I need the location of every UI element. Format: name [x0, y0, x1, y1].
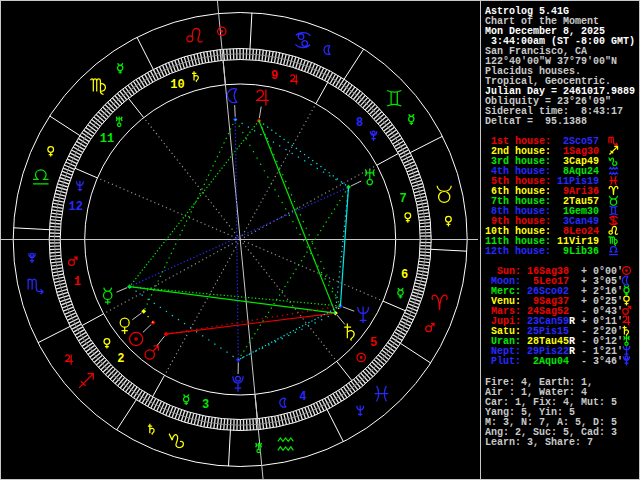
svg-text:3: 3: [202, 398, 209, 412]
svg-text:Learn: 3, Share: 7: Learn: 3, Share: 7: [485, 437, 593, 448]
svg-text:6: 6: [401, 268, 408, 282]
svg-text:1: 1: [74, 275, 81, 289]
svg-text:4: 4: [299, 390, 306, 404]
svg-text:2: 2: [117, 352, 124, 366]
svg-text:Plut: 2Aqu04 - 3°46': Plut: 2Aqu04 - 3°46': [485, 356, 623, 367]
svg-text:10: 10: [170, 78, 184, 92]
svg-text:9: 9: [271, 69, 278, 83]
svg-text:12th house: 9Lib36: 12th house: 9Lib36: [485, 246, 599, 257]
svg-text:5: 5: [370, 336, 377, 350]
svg-text:8: 8: [356, 116, 363, 130]
svg-text:11: 11: [100, 132, 114, 146]
svg-text:12: 12: [68, 200, 82, 214]
svg-text:DeltaT = 95.1388: DeltaT = 95.1388: [485, 116, 587, 127]
svg-text:7: 7: [399, 192, 406, 206]
